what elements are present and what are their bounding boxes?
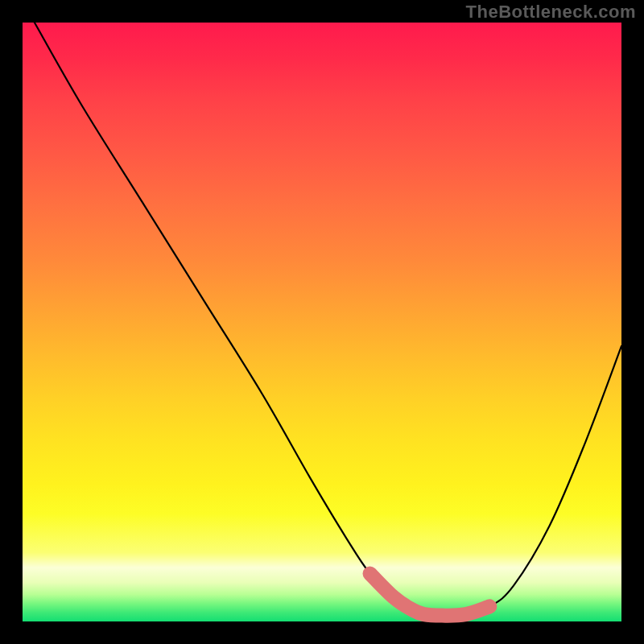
chart-plot-area	[23, 23, 621, 621]
watermark-text: TheBottleneck.com	[466, 2, 636, 23]
bottleneck-curve	[35, 23, 621, 616]
chart-svg	[23, 23, 621, 621]
curve-highlight	[370, 574, 490, 616]
